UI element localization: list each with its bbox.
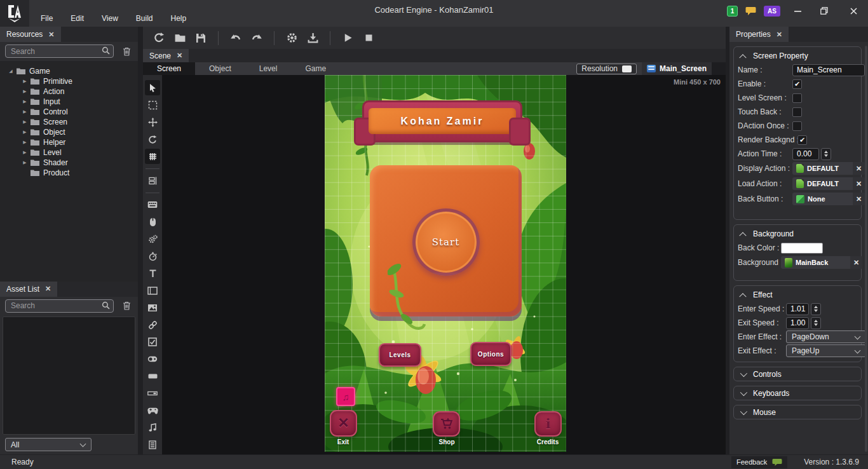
menu-build[interactable]: Build — [127, 11, 162, 25]
tree-item-input[interactable]: ▶Input — [0, 97, 138, 107]
rotate-tool-icon[interactable] — [145, 132, 160, 147]
expand-arrow-icon[interactable]: ▶ — [22, 119, 28, 125]
tab-main-screen[interactable]: Main_Screen — [642, 62, 712, 75]
undo-icon[interactable] — [227, 30, 244, 46]
restore-button[interactable] — [815, 4, 834, 18]
notification-badge[interactable]: 1 — [727, 6, 738, 17]
gears-tool-icon[interactable] — [145, 231, 160, 247]
trash-icon[interactable] — [120, 301, 133, 310]
import-icon[interactable] — [304, 30, 321, 46]
assetlist-search-input[interactable] — [5, 299, 114, 313]
tree-item-action[interactable]: ▶Action — [0, 86, 138, 97]
asset-filter-dropdown[interactable]: All — [5, 438, 92, 451]
expand-arrow-icon[interactable]: ◢ — [8, 69, 14, 74]
level-screen-checkbox[interactable] — [792, 93, 802, 103]
load-action-chip[interactable]: DEFAULT ✕ — [792, 177, 865, 190]
start-button[interactable]: Start — [412, 208, 480, 276]
options-button[interactable]: Options — [470, 342, 512, 366]
tab-resources[interactable]: Resources ✕ — [0, 27, 61, 42]
close-icon[interactable]: ✕ — [177, 51, 182, 60]
open-folder-icon[interactable] — [172, 30, 188, 46]
panel-tool-icon[interactable] — [145, 283, 160, 298]
tab-properties[interactable]: Properties ✕ — [729, 27, 789, 42]
enter-speed-value[interactable]: 1.01 — [786, 303, 809, 315]
stop-icon[interactable] — [360, 30, 377, 46]
tree-item-helper[interactable]: ▶Helper — [0, 137, 138, 147]
save-icon[interactable] — [193, 30, 209, 46]
music-toggle-button[interactable]: ♫ — [336, 387, 355, 406]
user-badge[interactable]: AS — [764, 6, 780, 17]
expand-arrow-icon[interactable]: ▶ — [22, 99, 28, 104]
text-tool-icon[interactable] — [145, 266, 160, 281]
main-panel[interactable]: Start — [370, 165, 522, 316]
button-tool-icon[interactable] — [145, 369, 160, 384]
section-header[interactable]: Background — [738, 227, 857, 241]
settings-gear-icon[interactable] — [283, 30, 300, 46]
clear-background-button[interactable]: ✕ — [850, 256, 862, 269]
tree-item-screen[interactable]: ▶Screen — [0, 117, 138, 127]
expand-arrow-icon[interactable]: ▶ — [22, 130, 28, 135]
properties-scrollbar[interactable] — [865, 46, 867, 452]
progress-tool-icon[interactable] — [145, 386, 160, 401]
tab-scene[interactable]: Scene ✕ — [143, 49, 189, 62]
game-canvas[interactable]: Kohan Zamir Start Levels — [325, 75, 566, 452]
move-tool-icon[interactable] — [145, 114, 160, 130]
section-mouse[interactable]: Mouse — [733, 405, 862, 419]
clear-load-action-button[interactable]: ✕ — [853, 177, 865, 190]
menu-file[interactable]: File — [32, 11, 62, 25]
timer-tool-icon[interactable] — [145, 248, 160, 264]
expand-arrow-icon[interactable]: ▶ — [22, 89, 28, 94]
image-tool-icon[interactable] — [145, 300, 160, 315]
mouse-tool-icon[interactable] — [145, 214, 160, 229]
credits-button[interactable]: i — [534, 411, 562, 437]
play-icon[interactable] — [339, 30, 356, 46]
section-keyboards[interactable]: Keyboards — [733, 386, 862, 400]
tree-item-primitive[interactable]: ▶Primitive — [0, 76, 138, 86]
toggle-tool-icon[interactable] — [145, 351, 160, 367]
grid-tool-icon[interactable] — [145, 149, 160, 164]
close-icon[interactable]: ✕ — [776, 31, 782, 39]
keyboard-tool-icon[interactable] — [145, 197, 160, 212]
subtab-level[interactable]: Level — [245, 62, 292, 75]
exit-speed-value[interactable]: 1.00 — [786, 317, 809, 329]
expand-arrow-icon[interactable]: ▶ — [22, 140, 28, 145]
section-header[interactable]: Screen Property — [738, 49, 857, 63]
touch-back-checkbox[interactable] — [792, 107, 802, 117]
display-action-chip[interactable]: DEFAULT ✕ — [792, 162, 865, 175]
left-splitter[interactable] — [138, 27, 143, 454]
feedback-button[interactable]: Feedback — [731, 456, 787, 468]
expand-arrow-icon[interactable]: ▶ — [22, 79, 28, 84]
close-icon[interactable]: ✕ — [48, 31, 54, 39]
tree-item-game[interactable]: ◢Game — [0, 66, 138, 76]
exit-button[interactable]: ✕ — [330, 410, 357, 437]
checkbox-tool-icon[interactable] — [145, 334, 160, 350]
section-header[interactable]: Effect — [738, 288, 857, 302]
link-tool-icon[interactable] — [145, 317, 160, 332]
close-button[interactable] — [844, 4, 863, 18]
action-time-spinner[interactable] — [821, 148, 831, 160]
redo-icon[interactable] — [248, 30, 265, 46]
render-backgnd-checkbox[interactable]: ✔ — [797, 135, 807, 145]
enter-effect-dropdown[interactable]: PageDown — [786, 330, 866, 343]
background-chip[interactable]: MainBack ✕ — [781, 256, 862, 269]
name-input[interactable] — [792, 64, 865, 76]
tab-asset-list[interactable]: Asset List ✕ — [0, 282, 57, 297]
scene-viewport[interactable]: Mini 450 x 700 — [143, 75, 726, 454]
enter-speed-spinner[interactable] — [811, 303, 821, 315]
exit-speed-spinner[interactable] — [811, 317, 821, 329]
subtab-screen[interactable]: Screen — [143, 62, 195, 75]
menu-view[interactable]: View — [93, 11, 127, 25]
action-time-value[interactable]: 0.00 — [792, 148, 819, 160]
order-tool-icon[interactable] — [145, 173, 160, 188]
clear-back-button[interactable]: ✕ — [853, 193, 865, 205]
refresh-icon[interactable] — [151, 30, 167, 46]
marquee-select-tool-icon[interactable] — [145, 97, 160, 112]
tree-item-product[interactable]: Product — [0, 168, 138, 178]
menu-help[interactable]: Help — [162, 11, 196, 25]
chat-icon[interactable] — [745, 6, 756, 16]
gamepad-tool-icon[interactable] — [145, 403, 160, 418]
exit-effect-dropdown[interactable]: PageUp — [786, 344, 866, 357]
tree-item-object[interactable]: ▶Object — [0, 127, 138, 137]
tree-item-shader[interactable]: ▶Shader — [0, 158, 138, 168]
resources-search-input[interactable] — [5, 44, 114, 58]
